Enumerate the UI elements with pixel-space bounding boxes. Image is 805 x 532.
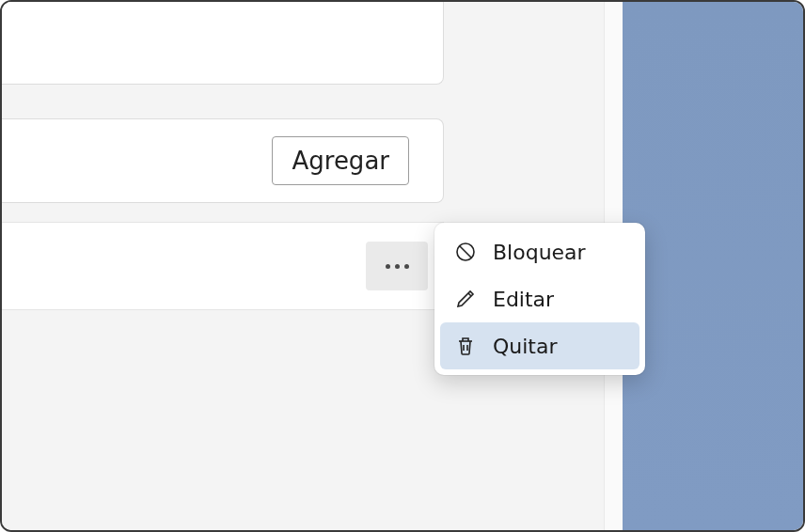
- ellipsis-icon: [386, 264, 390, 269]
- app-frame: Agregar Bloquear Editar: [0, 0, 805, 532]
- svg-line-1: [460, 246, 471, 258]
- add-button-label: Agregar: [292, 147, 389, 175]
- menu-item-remove[interactable]: Quitar: [440, 322, 639, 369]
- block-icon: [453, 240, 478, 264]
- add-button[interactable]: Agregar: [272, 136, 409, 185]
- ellipsis-icon: [404, 264, 409, 269]
- context-menu: Bloquear Editar Quitar: [434, 223, 645, 375]
- svg-line-2: [468, 293, 471, 296]
- menu-item-edit[interactable]: Editar: [440, 275, 639, 322]
- trash-icon: [453, 334, 478, 358]
- desktop-background: [623, 2, 803, 530]
- menu-item-label: Quitar: [493, 335, 558, 358]
- menu-item-label: Editar: [493, 288, 554, 311]
- more-button[interactable]: [366, 242, 428, 290]
- pencil-icon: [453, 287, 478, 311]
- list-row: [2, 222, 444, 310]
- add-card: Agregar: [2, 118, 444, 203]
- card-top: [2, 2, 444, 85]
- menu-item-label: Bloquear: [493, 241, 586, 264]
- menu-item-block[interactable]: Bloquear: [440, 228, 639, 275]
- ellipsis-icon: [395, 264, 400, 269]
